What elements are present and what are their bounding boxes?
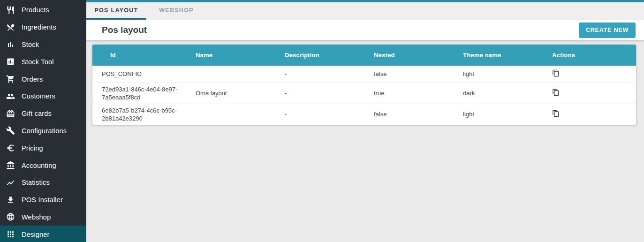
sidebar-item-label: Pricing	[22, 144, 43, 152]
sidebar-item-pos-installer[interactable]: POS Installer	[0, 191, 86, 209]
copy-icon	[552, 91, 560, 98]
create-new-button[interactable]: CREATE NEW	[579, 23, 636, 38]
cell-nested: true	[364, 83, 454, 104]
cell-description: -	[275, 104, 364, 125]
download-icon	[5, 195, 15, 204]
sidebar-item-orders[interactable]: Orders	[0, 70, 86, 88]
utensils-crossed-icon	[5, 23, 15, 32]
sidebar-item-label: Products	[22, 6, 49, 14]
sidebar-item-configurations[interactable]: Configurations	[0, 122, 86, 140]
cell-theme-name: light	[454, 66, 543, 83]
sidebar-item-label: POS Installer	[22, 196, 63, 204]
restaurant-icon	[5, 5, 15, 15]
table-row[interactable]: 6e82b7a5-b274-4c6c-b95c-2b81a42e3290 - f…	[92, 104, 636, 125]
column-header-name: Name	[186, 45, 275, 66]
sidebar-item-label: Designer	[22, 231, 50, 238]
content-area: Id Name Description Nested Theme name Ac…	[86, 40, 644, 242]
line-chart-icon	[5, 178, 15, 187]
copy-icon	[552, 112, 560, 119]
column-header-id: Id	[92, 45, 186, 66]
table-row[interactable]: POS_CONFIG - false light	[92, 66, 636, 83]
cell-actions	[543, 83, 636, 104]
tab-pos-layout[interactable]: POS LAYOUT	[86, 2, 146, 20]
sidebar-item-designer[interactable]: Designer	[0, 226, 86, 242]
cell-theme-name: dark	[454, 83, 543, 104]
sidebar-item-stock-tool[interactable]: Stock Tool	[0, 53, 86, 70]
sidebar-item-webshop[interactable]: Webshop	[0, 209, 86, 226]
tab-label: POS LAYOUT	[94, 7, 138, 14]
table-row[interactable]: 72ed93a1-846c-4e04-8e97-7a5eaaa5f8cd Oma…	[92, 83, 636, 104]
apps-grid-icon	[5, 230, 15, 239]
app-window: Products Ingredients Stock Stock Tool Or…	[0, 0, 644, 242]
cell-description: -	[275, 83, 364, 104]
gift-card-icon	[5, 109, 15, 118]
tab-bar: POS LAYOUT WEBSHOP	[86, 2, 644, 20]
shopping-cart-icon	[5, 75, 15, 84]
page-header: Pos layout CREATE NEW	[86, 20, 644, 40]
cell-nested: false	[364, 66, 454, 83]
tab-label: WEBSHOP	[159, 7, 194, 14]
wrench-icon	[5, 126, 15, 136]
sidebar-item-ingredients[interactable]: Ingredients	[0, 19, 86, 36]
cell-name	[186, 104, 275, 125]
sidebar-item-label: Webshop	[22, 213, 51, 221]
table-header-row: Id Name Description Nested Theme name Ac…	[92, 45, 636, 66]
sidebar-item-label: Customers	[22, 92, 55, 100]
column-header-actions: Actions	[543, 45, 636, 66]
page-title: Pos layout	[102, 25, 147, 35]
column-header-description: Description	[275, 45, 364, 66]
sidebar-item-customers[interactable]: Customers	[0, 88, 86, 105]
people-icon	[5, 91, 15, 101]
sidebar-item-accounting[interactable]: Accounting	[0, 157, 86, 174]
sidebar-item-statistics[interactable]: Statistics	[0, 174, 86, 191]
globe-icon	[5, 212, 15, 222]
cell-theme-name: light	[454, 104, 543, 125]
euro-icon	[5, 144, 15, 153]
sidebar-item-label: Configurations	[22, 127, 67, 135]
boxed-chart-icon	[5, 57, 15, 67]
cell-id: POS_CONFIG	[92, 66, 186, 83]
bank-icon	[5, 161, 15, 170]
tab-webshop[interactable]: WEBSHOP	[146, 2, 206, 20]
sidebar-item-gift-cards[interactable]: Gift cards	[0, 105, 86, 122]
sidebar-item-stock[interactable]: Stock	[0, 36, 86, 53]
copy-icon	[552, 72, 560, 79]
sidebar-item-label: Ingredients	[22, 23, 56, 31]
cell-actions	[543, 66, 636, 83]
bar-chart-icon	[5, 40, 15, 49]
cell-id: 72ed93a1-846c-4e04-8e97-7a5eaaa5f8cd	[92, 83, 186, 104]
sidebar-item-label: Orders	[22, 76, 43, 83]
sidebar-item-label: Gift cards	[22, 110, 52, 117]
cell-nested: false	[364, 104, 454, 125]
sidebar-item-label: Stock Tool	[22, 58, 54, 66]
layouts-table: Id Name Description Nested Theme name Ac…	[92, 45, 636, 125]
cell-name: Oma layout	[186, 83, 275, 104]
sidebar-item-label: Statistics	[22, 179, 50, 186]
cell-name	[186, 66, 275, 83]
column-header-theme-name: Theme name	[454, 45, 543, 66]
column-header-nested: Nested	[364, 45, 454, 66]
main-area: POS LAYOUT WEBSHOP Pos layout CREATE NEW	[86, 0, 644, 242]
sidebar-item-label: Accounting	[22, 162, 56, 169]
layouts-table-card: Id Name Description Nested Theme name Ac…	[92, 45, 636, 125]
cell-actions	[543, 104, 636, 125]
cell-id: 6e82b7a5-b274-4c6c-b95c-2b81a42e3290	[92, 104, 186, 125]
sidebar: Products Ingredients Stock Stock Tool Or…	[0, 0, 86, 242]
sidebar-item-products[interactable]: Products	[0, 1, 86, 19]
sidebar-item-pricing[interactable]: Pricing	[0, 139, 86, 157]
sidebar-item-label: Stock	[22, 41, 39, 48]
copy-button[interactable]	[552, 109, 560, 118]
cell-description: -	[275, 66, 364, 83]
copy-button[interactable]	[552, 88, 560, 97]
copy-button[interactable]	[552, 69, 560, 77]
